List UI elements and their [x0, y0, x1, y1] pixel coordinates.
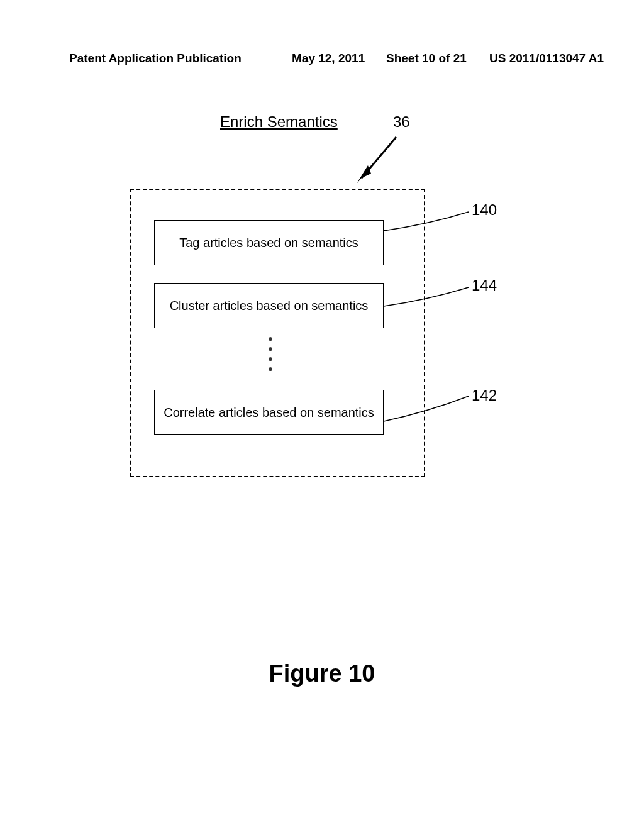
reference-144: 144 — [472, 277, 497, 294]
figure-caption: Figure 10 — [0, 660, 644, 687]
step-tag-articles-text: Tag articles based on semantics — [179, 235, 358, 252]
arrow-icon — [349, 131, 406, 187]
diagram-title: Enrich Semantics — [220, 113, 338, 131]
step-cluster-articles: Cluster articles based on semantics — [154, 283, 384, 328]
reference-36: 36 — [393, 113, 410, 131]
reference-140: 140 — [472, 201, 497, 219]
step-cluster-articles-text: Cluster articles based on semantics — [170, 297, 369, 314]
svg-marker-1 — [357, 165, 371, 184]
publication-number: US 2011/0113047 A1 — [489, 52, 604, 65]
leader-line-142 — [384, 393, 475, 424]
reference-142: 142 — [472, 387, 497, 404]
patent-figure-page: Patent Application Publication May 12, 2… — [0, 0, 644, 830]
leader-line-144 — [384, 284, 475, 313]
publication-label: Patent Application Publication — [69, 52, 242, 65]
sheet-number: Sheet 10 of 21 — [386, 52, 467, 65]
step-correlate-articles-text: Correlate articles based on semantics — [164, 404, 374, 421]
leader-line-140 — [384, 209, 475, 237]
step-tag-articles: Tag articles based on semantics — [154, 220, 384, 265]
publication-date: May 12, 2011 — [292, 52, 365, 65]
ellipsis-dots: ● ● ● ● — [264, 333, 277, 374]
step-correlate-articles: Correlate articles based on semantics — [154, 390, 384, 435]
